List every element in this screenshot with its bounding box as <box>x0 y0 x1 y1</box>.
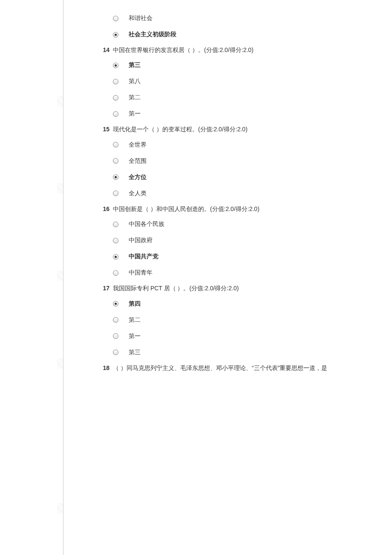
option-label: 第一 <box>129 332 141 340</box>
option-row[interactable]: 中国共产党 <box>63 249 392 265</box>
radio-icon[interactable] <box>113 191 118 196</box>
option-row[interactable]: 全人类 <box>63 185 392 202</box>
option-label: 全世界 <box>129 141 147 149</box>
radio-icon[interactable] <box>113 317 118 323</box>
option-row[interactable]: 全范围 <box>63 153 392 169</box>
radio-icon[interactable] <box>113 350 118 355</box>
option-row[interactable]: 第八 <box>63 73 392 90</box>
page: 和谐社会社会主义初级阶段 14中国在世界银行的发言权居（ ）。(分值:2.0/得… <box>0 0 392 555</box>
gutter-mark <box>57 503 63 514</box>
question-number: 16 <box>63 204 113 214</box>
option-row[interactable]: 全世界 <box>63 137 392 153</box>
question-text: 中国在世界银行的发言权居（ ）。(分值:2.0/得分:2.0) <box>113 45 392 55</box>
option-row[interactable]: 社会主义初级阶段 <box>63 26 392 43</box>
option-row[interactable]: 第二 <box>63 90 392 106</box>
option-label: 第八 <box>129 78 141 85</box>
option-row[interactable]: 中国政府 <box>63 232 392 249</box>
question-number: 15 <box>63 124 113 134</box>
radio-icon[interactable] <box>113 174 118 180</box>
radio-icon[interactable] <box>113 270 118 276</box>
radio-icon[interactable] <box>113 111 118 117</box>
radio-icon[interactable] <box>113 333 118 339</box>
option-row[interactable]: 中国各个民族 <box>63 216 392 232</box>
option-label: 第二 <box>129 94 141 101</box>
option-row[interactable]: 第三 <box>63 57 392 73</box>
option-label: 中国青年 <box>129 269 153 277</box>
option-row[interactable]: 中国青年 <box>63 265 392 281</box>
question-text: 中国创新是（ ）和中国人民创造的。(分值:2.0/得分:2.0) <box>113 204 392 214</box>
option-label: 中国各个民族 <box>129 220 164 228</box>
option-label: 第四 <box>129 300 141 308</box>
option-label: 和谐社会 <box>129 14 153 22</box>
option-label: 第三 <box>129 349 141 356</box>
option-row[interactable]: 第二 <box>63 312 392 328</box>
radio-icon[interactable] <box>113 222 118 227</box>
option-label: 社会主义初级阶段 <box>129 31 176 38</box>
gutter-mark <box>57 358 63 369</box>
gutter-mark <box>57 96 63 107</box>
option-row[interactable]: 第一 <box>63 106 392 122</box>
question-text: 我国国际专利 PCT 居（ ）。(分值:2.0/得分:2.0) <box>113 283 392 293</box>
question-row: 17我国国际专利 PCT 居（ ）。(分值:2.0/得分:2.0) <box>63 281 392 295</box>
option-label: 全人类 <box>129 190 147 197</box>
option-label: 全范围 <box>129 157 147 165</box>
radio-icon[interactable] <box>113 142 118 147</box>
option-label: 全方位 <box>129 173 147 181</box>
question-row: 16中国创新是（ ）和中国人民创造的。(分值:2.0/得分:2.0) <box>63 202 392 216</box>
option-label: 中国政府 <box>129 237 153 244</box>
option-row[interactable]: 第四 <box>63 296 392 312</box>
option-row[interactable]: 第三 <box>63 344 392 361</box>
question-number: 17 <box>63 283 113 293</box>
radio-icon[interactable] <box>113 95 118 101</box>
radio-icon[interactable] <box>113 254 118 260</box>
left-gutter <box>0 0 63 555</box>
questions-list: 14中国在世界银行的发言权居（ ）。(分值:2.0/得分:2.0)第三第八第二第… <box>63 43 392 375</box>
question-text: （ ）同马克思列宁主义、毛泽东思想、邓小平理论、“三个代表”重要思想一道，是 <box>113 363 392 373</box>
radio-icon[interactable] <box>113 79 118 84</box>
content-area: 和谐社会社会主义初级阶段 14中国在世界银行的发言权居（ ）。(分值:2.0/得… <box>63 0 392 555</box>
radio-icon[interactable] <box>113 16 118 21</box>
option-row[interactable]: 和谐社会 <box>63 10 392 26</box>
gutter-mark <box>57 183 63 194</box>
option-label: 第三 <box>129 61 141 69</box>
option-label: 第一 <box>129 110 141 118</box>
question-text: 现代化是一个（ ）的变革过程。(分值:2.0/得分:2.0) <box>113 124 392 134</box>
option-row[interactable]: 全方位 <box>63 169 392 185</box>
radio-icon[interactable] <box>113 63 118 68</box>
radio-icon[interactable] <box>113 301 118 306</box>
question-13-tail: 和谐社会社会主义初级阶段 <box>63 10 392 43</box>
question-number: 18 <box>63 363 113 373</box>
question-row: 18（ ）同马克思列宁主义、毛泽东思想、邓小平理论、“三个代表”重要思想一道，是 <box>63 361 392 375</box>
radio-icon[interactable] <box>113 238 118 243</box>
radio-icon[interactable] <box>113 158 118 164</box>
radio-icon[interactable] <box>113 32 118 38</box>
option-row[interactable]: 第一 <box>63 328 392 344</box>
question-row: 14中国在世界银行的发言权居（ ）。(分值:2.0/得分:2.0) <box>63 43 392 57</box>
question-number: 14 <box>63 45 113 55</box>
option-label: 中国共产党 <box>129 253 159 260</box>
option-label: 第二 <box>129 316 141 324</box>
question-row: 15现代化是一个（ ）的变革过程。(分值:2.0/得分:2.0) <box>63 122 392 136</box>
gutter-mark <box>57 271 63 281</box>
